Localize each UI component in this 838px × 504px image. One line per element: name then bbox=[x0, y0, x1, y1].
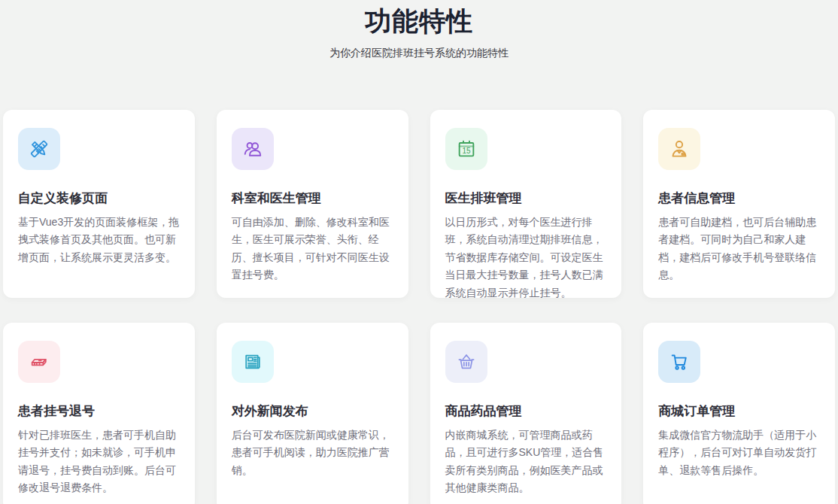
feature-title: 对外新闻发布 bbox=[232, 402, 393, 420]
feature-description: 基于Vue3开发的页面装修框架，拖拽式装修首页及其他页面。也可新增页面，让系统展… bbox=[18, 214, 180, 266]
design-tools-icon bbox=[27, 137, 51, 161]
feature-card-refund: 患者挂号退号 针对已排班医生，患者可手机自助挂号并支付；如未就诊，可手机申请退号… bbox=[3, 323, 195, 504]
feature-card-goods: 商品药品管理 内嵌商城系统，可管理商品或药品，且可进行多SKU管理，适合售卖所有… bbox=[430, 323, 622, 504]
users-icon bbox=[241, 137, 265, 161]
newspaper-icon-tile bbox=[232, 341, 274, 383]
svg-text:15: 15 bbox=[462, 147, 471, 155]
banknotes-icon bbox=[27, 350, 51, 374]
feature-card-news: 对外新闻发布 后台可发布医院新闻或健康常识，患者可手机阅读，助力医院推广营销。 bbox=[217, 323, 408, 504]
feature-description: 以日历形式，对每个医生进行排班，系统自动清理过期排班信息，节省数据库存储空间。可… bbox=[445, 214, 607, 302]
patient-avatar-icon bbox=[667, 137, 691, 161]
basket-icon-tile bbox=[445, 341, 487, 383]
feature-card-grid: 自定义装修页面 基于Vue3开发的页面装修框架，拖拽式装修首页及其他页面。也可新… bbox=[3, 110, 835, 504]
newspaper-icon bbox=[241, 350, 265, 374]
feature-description: 可自由添加、删除、修改科室和医生，医生可展示荣誉、头衔、经历、擅长项目，可针对不… bbox=[232, 214, 393, 284]
feature-title: 患者挂号退号 bbox=[18, 402, 180, 420]
cart-icon bbox=[667, 350, 691, 374]
features-header: 功能特性 为你介绍医院排班挂号系统的功能特性 bbox=[0, 0, 838, 60]
calendar-icon-tile: 15 bbox=[445, 128, 487, 170]
feature-description: 后台可发布医院新闻或健康常识，患者可手机阅读，助力医院推广营销。 bbox=[232, 427, 393, 479]
feature-card-schedule: 15 医生排班管理 以日历形式，对每个医生进行排班，系统自动清理过期排班信息，节… bbox=[430, 110, 622, 298]
feature-title: 商城订单管理 bbox=[658, 402, 820, 420]
feature-description: 针对已排班医生，患者可手机自助挂号并支付；如未就诊，可手机申请退号，挂号费自动到… bbox=[18, 427, 180, 497]
calendar-icon: 15 bbox=[454, 137, 478, 161]
feature-description: 患者可自助建档，也可后台辅助患者建档。可同时为自己和家人建档，建档后可修改手机号… bbox=[658, 214, 820, 284]
feature-title: 医生排班管理 bbox=[445, 190, 607, 207]
feature-card-orders: 商城订单管理 集成微信官方物流助手（适用于小程序），后台可对订单自动发货打单、退… bbox=[643, 323, 835, 504]
feature-card-department-doctor: 科室和医生管理 可自由添加、删除、修改科室和医生，医生可展示荣誉、头衔、经历、擅… bbox=[217, 110, 408, 298]
feature-title: 商品药品管理 bbox=[445, 402, 607, 420]
feature-card-patient-info: 患者信息管理 患者可自助建档，也可后台辅助患者建档。可同时为自己和家人建档，建档… bbox=[643, 110, 835, 298]
page-subtitle: 为你介绍医院排班挂号系统的功能特性 bbox=[0, 45, 838, 60]
cart-icon-tile bbox=[658, 341, 700, 383]
feature-title: 患者信息管理 bbox=[658, 190, 820, 207]
feature-title: 科室和医生管理 bbox=[232, 190, 393, 207]
feature-card-page-decoration: 自定义装修页面 基于Vue3开发的页面装修框架，拖拽式装修首页及其他页面。也可新… bbox=[3, 110, 195, 298]
feature-description: 内嵌商城系统，可管理商品或药品，且可进行多SKU管理，适合售卖所有类别商品，例如… bbox=[445, 427, 607, 497]
design-tools-icon-tile bbox=[18, 128, 60, 170]
patient-avatar-icon-tile bbox=[658, 128, 700, 170]
banknotes-icon-tile bbox=[18, 341, 60, 383]
feature-description: 集成微信官方物流助手（适用于小程序），后台可对订单自动发货打单、退款等售后操作。 bbox=[658, 427, 820, 479]
feature-title: 自定义装修页面 bbox=[18, 190, 180, 207]
page-title: 功能特性 bbox=[0, 5, 838, 38]
users-icon-tile bbox=[232, 128, 274, 170]
basket-icon bbox=[454, 350, 478, 374]
